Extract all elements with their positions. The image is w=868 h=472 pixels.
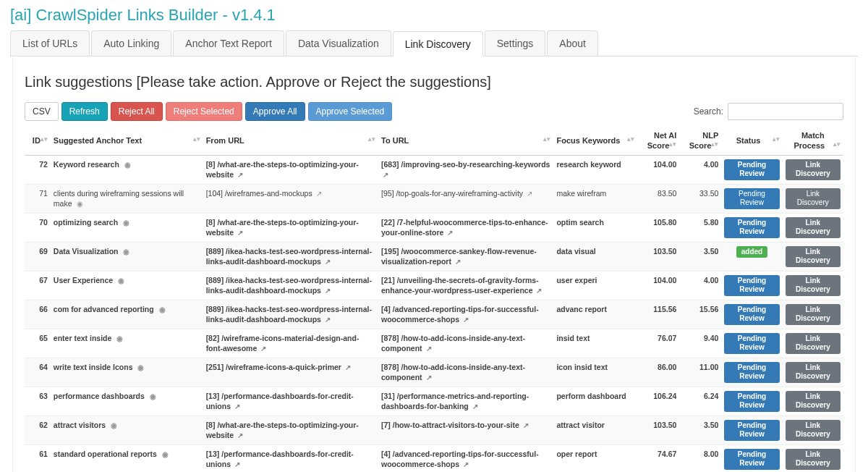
col-nlp[interactable]: NLP Score▴▾ xyxy=(679,127,721,155)
cell-from[interactable]: [13] /performance-dashboards-for-credit-… xyxy=(203,387,378,416)
tab-auto-linking[interactable]: Auto Linking xyxy=(91,30,171,56)
cell-anchor: enter text inside ◉ xyxy=(51,329,203,358)
eye-icon[interactable]: ◉ xyxy=(150,392,156,400)
cell-status: Pending Review xyxy=(721,184,782,213)
reject-all-button[interactable]: Reject All xyxy=(111,102,163,121)
cell-from[interactable]: [8] /what-are-the-steps-to-optimizing-yo… xyxy=(203,155,378,184)
match-process-button: Link Discovery xyxy=(786,304,841,325)
cell-to[interactable]: [683] /improving-seo-by-researching-keyw… xyxy=(378,155,553,184)
cell-to[interactable]: [4] /advanced-reporting-tips-for-success… xyxy=(378,300,553,329)
cell-focus: user experi xyxy=(553,271,637,300)
tab-link-discovery[interactable]: Link Discovery xyxy=(393,31,483,56)
cell-from[interactable]: [104] /wireframes-and-mockups ↗ xyxy=(203,184,378,213)
col-status[interactable]: Status▴▾ xyxy=(721,127,782,155)
cell-to[interactable]: [21] /unveiling-the-secrets-of-gravity-f… xyxy=(378,271,553,300)
eye-icon[interactable]: ◉ xyxy=(116,334,123,342)
table-row[interactable]: 63performance dashboards ◉[13] /performa… xyxy=(25,387,843,416)
cell-to[interactable]: [7] /how-to-attract-visitors-to-your-sit… xyxy=(378,416,553,444)
cell-match[interactable]: Link Discovery xyxy=(783,184,843,213)
eye-icon[interactable]: ◉ xyxy=(77,200,83,208)
col-to[interactable]: To URL▴▾ xyxy=(378,127,553,155)
cell-status: Pending Review xyxy=(721,155,782,184)
table-row[interactable]: 71clients during wireframing sessions wi… xyxy=(25,184,843,213)
table-row[interactable]: 67User Experience ◉[889] /ikea-hacks-tes… xyxy=(25,271,843,300)
table-row[interactable]: 66com for advanced reporting ◉[889] /ike… xyxy=(25,300,843,329)
cell-status: Pending Review xyxy=(721,387,782,416)
cell-to[interactable]: [22] /7-helpful-woocommerce-tips-to-enha… xyxy=(378,213,553,242)
cell-to[interactable]: [31] /performance-metrics-and-reporting-… xyxy=(378,387,553,416)
eye-icon[interactable]: ◉ xyxy=(111,421,117,429)
cell-to[interactable]: [95] /top-goals-for-any-wireframing-acti… xyxy=(378,184,553,213)
cell-id: 67 xyxy=(25,271,51,300)
cell-from[interactable]: [82] /wireframe-icons-material-design-an… xyxy=(203,329,378,358)
cell-from[interactable]: [13] /performance-dashboards-for-credit-… xyxy=(203,444,378,472)
cell-match[interactable]: Link Discovery xyxy=(783,271,843,300)
cell-match[interactable]: Link Discovery xyxy=(783,300,843,329)
search-input[interactable] xyxy=(728,103,843,120)
eye-icon[interactable]: ◉ xyxy=(137,363,144,371)
cell-match[interactable]: Link Discovery xyxy=(783,242,843,271)
cell-focus: oper report xyxy=(553,444,637,472)
cell-to[interactable]: [4] /advanced-reporting-tips-for-success… xyxy=(378,444,553,472)
cell-match[interactable]: Link Discovery xyxy=(783,444,843,472)
status-badge: Pending Review xyxy=(724,275,779,296)
cell-to[interactable]: [195] /woocommerce-sankey-flow-revenue-v… xyxy=(378,242,553,271)
cell-match[interactable]: Link Discovery xyxy=(783,387,843,416)
external-link-icon: ↗ xyxy=(237,171,243,179)
col-from[interactable]: From URL▴▾ xyxy=(203,127,378,155)
cell-id: 71 xyxy=(25,184,51,213)
eye-icon[interactable]: ◉ xyxy=(124,161,131,169)
eye-icon[interactable]: ◉ xyxy=(159,305,166,313)
table-row[interactable]: 72Keyword research ◉[8] /what-are-the-st… xyxy=(25,155,843,184)
cell-from[interactable]: [889] /ikea-hacks-test-seo-wordpress-int… xyxy=(203,271,378,300)
tab-about[interactable]: About xyxy=(547,30,598,56)
approve-selected-button[interactable]: Approve Selected xyxy=(308,102,393,121)
table-row[interactable]: 70optimizing search ◉[8] /what-are-the-s… xyxy=(25,213,843,242)
external-link-icon: ↗ xyxy=(316,190,322,198)
status-badge: Pending Review xyxy=(724,333,779,354)
approve-all-button[interactable]: Approve All xyxy=(245,102,305,121)
cell-match[interactable]: Link Discovery xyxy=(783,416,843,444)
col-id[interactable]: ID▴▾ xyxy=(25,127,51,155)
tab-settings[interactable]: Settings xyxy=(485,30,546,56)
cell-match[interactable]: Link Discovery xyxy=(783,358,843,387)
cell-anchor: attract visitors ◉ xyxy=(51,416,203,444)
tab-anchor-text-report[interactable]: Anchor Text Report xyxy=(173,30,284,56)
cell-id: 65 xyxy=(25,329,51,358)
eye-icon[interactable]: ◉ xyxy=(123,248,129,256)
cell-to[interactable]: [878] /how-to-add-icons-inside-any-text-… xyxy=(378,358,553,387)
table-row[interactable]: 69Data Visualization ◉[889] /ikea-hacks-… xyxy=(25,242,843,271)
col-net[interactable]: Net AI Score▴▾ xyxy=(637,127,679,155)
col-focus[interactable]: Focus Keywords▴▾ xyxy=(553,127,637,155)
col-match[interactable]: Match Process▴▾ xyxy=(783,127,843,155)
tab-data-visualization[interactable]: Data Visualization xyxy=(286,30,391,56)
cell-match[interactable]: Link Discovery xyxy=(783,329,843,358)
cell-nlp: 9.40 xyxy=(679,329,721,358)
cell-net: 103.50 xyxy=(637,242,679,271)
cell-from[interactable]: [251] /wireframe-icons-a-quick-primer ↗ xyxy=(203,358,378,387)
eye-icon[interactable]: ◉ xyxy=(162,450,169,458)
table-row[interactable]: 62attract visitors ◉[8] /what-are-the-st… xyxy=(25,416,843,444)
cell-from[interactable]: [889] /ikea-hacks-test-seo-wordpress-int… xyxy=(203,242,378,271)
cell-match[interactable]: Link Discovery xyxy=(783,213,843,242)
cell-net: 83.50 xyxy=(637,184,679,213)
match-process-button: Link Discovery xyxy=(786,159,841,180)
table-row[interactable]: 65enter text inside ◉[82] /wireframe-ico… xyxy=(25,329,843,358)
external-link-icon: ↗ xyxy=(383,171,388,179)
tab-list-of-urls[interactable]: List of URLs xyxy=(10,30,90,56)
table-row[interactable]: 64write text inside Icons ◉[251] /wirefr… xyxy=(25,358,843,387)
eye-icon[interactable]: ◉ xyxy=(118,277,124,285)
col-anchor[interactable]: Suggested Anchor Text▴▾ xyxy=(51,127,203,155)
reject-selected-button[interactable]: Reject Selected xyxy=(166,102,242,121)
cell-from[interactable]: [8] /what-are-the-steps-to-optimizing-yo… xyxy=(203,416,378,444)
csv-button[interactable]: CSV xyxy=(25,102,59,121)
cell-from[interactable]: [8] /what-are-the-steps-to-optimizing-yo… xyxy=(203,213,378,242)
table-row[interactable]: 61standard operational reports ◉[13] /pe… xyxy=(25,444,843,472)
eye-icon[interactable]: ◉ xyxy=(123,219,129,227)
external-link-icon: ↗ xyxy=(455,258,461,266)
cell-from[interactable]: [889] /ikea-hacks-test-seo-wordpress-int… xyxy=(203,300,378,329)
cell-focus: perform dashboard xyxy=(553,387,637,416)
cell-to[interactable]: [878] /how-to-add-icons-inside-any-text-… xyxy=(378,329,553,358)
refresh-button[interactable]: Refresh xyxy=(61,102,108,121)
cell-match[interactable]: Link Discovery xyxy=(783,155,843,184)
